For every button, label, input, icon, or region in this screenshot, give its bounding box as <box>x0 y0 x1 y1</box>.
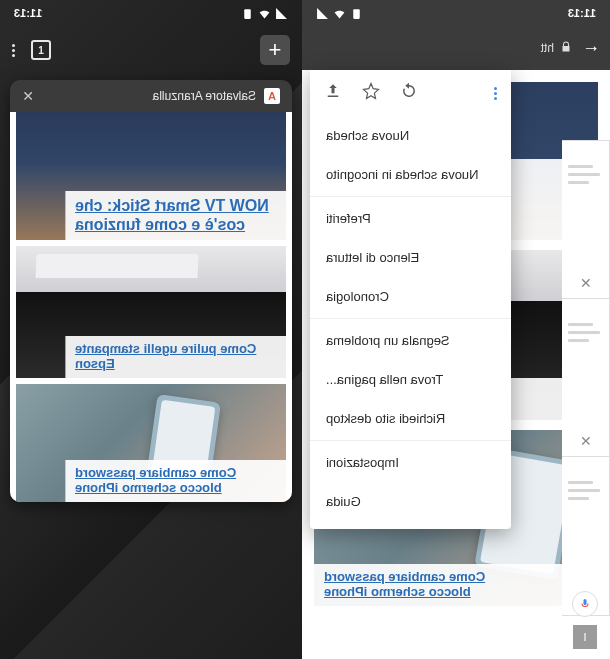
menu-item-desktop-site[interactable]: Richiedi sito desktop <box>310 399 511 438</box>
voice-search-button[interactable] <box>572 591 598 617</box>
menu-item-help[interactable]: Guida <box>310 482 511 521</box>
tab-count-button[interactable]: 1 <box>31 40 51 60</box>
wifi-icon <box>333 7 346 20</box>
tab-card-body: NOW TV Smart Stick: che cos'è e come fun… <box>10 112 292 502</box>
back-icon[interactable]: → <box>582 38 600 59</box>
new-tab-button[interactable]: + <box>260 35 290 65</box>
share-icon[interactable] <box>324 82 342 104</box>
favicon-icon: A <box>264 88 280 104</box>
signal-icon <box>275 7 288 20</box>
lock-icon <box>560 41 572 56</box>
close-icon[interactable]: ✕ <box>580 275 592 291</box>
mic-icon <box>579 598 591 610</box>
menu-dots-icon[interactable] <box>494 87 497 100</box>
wifi-icon <box>258 7 271 20</box>
article-tile-2[interactable]: Come pulire ugelli stampante Epson <box>16 246 286 378</box>
signal-icon <box>316 7 329 20</box>
menu-item-incognito[interactable]: Nuova scheda in incognito <box>310 155 511 194</box>
tab-card-header: A Salvatore Aranzulla ✕ <box>10 80 292 112</box>
printer-graphic <box>36 254 199 278</box>
tabswitch-toolbar: 1 + <box>0 26 302 74</box>
menu-item-bookmarks[interactable]: Preferiti <box>310 196 511 238</box>
article-tile-1[interactable]: NOW TV Smart Stick: che cos'è e come fun… <box>16 112 286 240</box>
battery-icon <box>241 7 254 20</box>
addr-text: htt <box>541 41 554 55</box>
star-icon[interactable] <box>362 82 380 104</box>
status-time: 11:13 <box>568 7 596 19</box>
phone-right-browser-menu: 11:13 → htt NOW che co funzio Come p Eps… <box>302 0 610 659</box>
status-bar: 11:13 <box>0 0 302 26</box>
more-icon[interactable] <box>12 44 15 57</box>
article-title-r3[interactable]: Come cambiare password blocco schermo iP… <box>324 570 485 600</box>
phone-left-tab-switcher: 11:13 1 + A Salvatore Aranzulla ✕ NOW TV… <box>0 0 302 659</box>
tab-card[interactable]: A Salvatore Aranzulla ✕ NOW TV Smart Sti… <box>10 80 292 502</box>
article-title-2[interactable]: Come pulire ugelli stampante Epson <box>75 342 276 372</box>
article-tile-3[interactable]: Come cambiare password blocco schermo iP… <box>16 384 286 502</box>
menu-item-history[interactable]: Cronologia <box>310 277 511 316</box>
browser-viewport: NOW che co funzio Come p Epson Come camb… <box>302 70 610 659</box>
close-icon[interactable]: ✕ <box>580 433 592 449</box>
status-time: 11:13 <box>14 7 42 19</box>
reload-icon[interactable] <box>400 82 418 104</box>
status-bar: 11:13 <box>302 0 610 26</box>
google-search-widget: I <box>572 591 600 649</box>
menu-item-find[interactable]: Trova nella pagina... <box>310 360 511 399</box>
status-icons-left <box>241 7 288 20</box>
tab-title: Salvatore Aranzulla <box>153 89 256 103</box>
tab-stub-2[interactable]: ✕ <box>562 298 610 458</box>
app-icon[interactable]: I <box>573 625 597 649</box>
article-title-3[interactable]: Come cambiare password blocco schermo iP… <box>75 466 276 496</box>
menu-item-new-tab[interactable]: Nuova scheda <box>310 116 511 155</box>
article-title-1[interactable]: NOW TV Smart Stick: che cos'è e come fun… <box>75 197 276 234</box>
svg-rect-1 <box>353 9 360 19</box>
status-icons-left <box>316 7 363 20</box>
menu-item-settings[interactable]: Impostazioni <box>310 440 511 482</box>
tab-stubs: ✕ ✕ ✕ <box>562 140 610 614</box>
close-tab-button[interactable]: ✕ <box>22 88 34 104</box>
svg-rect-0 <box>244 9 251 19</box>
browser-menu-dropdown: Nuova scheda Nuova scheda in incognito P… <box>310 70 511 529</box>
menu-top-actions <box>310 70 511 116</box>
tab-stub-1[interactable]: ✕ <box>562 140 610 300</box>
browser-toolbar: → htt <box>302 26 610 70</box>
address-bar[interactable]: htt <box>541 41 572 56</box>
menu-item-reading-list[interactable]: Elenco di lettura <box>310 238 511 277</box>
menu-item-report[interactable]: Segnala un problema <box>310 318 511 360</box>
battery-icon <box>350 7 363 20</box>
